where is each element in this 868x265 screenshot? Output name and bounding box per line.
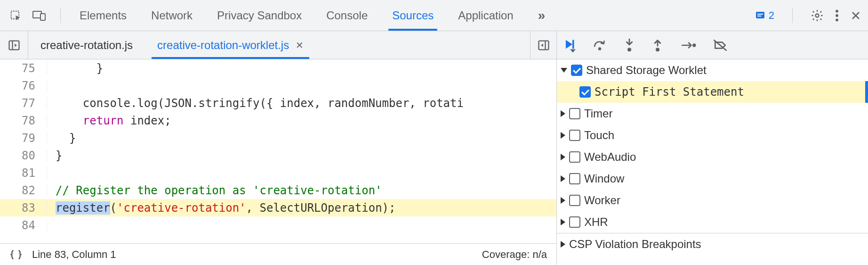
svg-point-17 <box>656 48 659 51</box>
breakpoint-group-xhr[interactable]: XHR <box>557 211 868 233</box>
checkbox[interactable] <box>569 108 580 119</box>
checkbox[interactable] <box>569 130 580 141</box>
code-line[interactable]: 75 } <box>0 59 556 77</box>
line-number: 76 <box>0 79 47 92</box>
breakpoint-group-window[interactable]: Window <box>557 168 868 190</box>
editor-status-bar: Line 83, Column 1 Coverage: n/a <box>0 243 556 265</box>
step-icon[interactable] <box>680 40 696 50</box>
line-number: 82 <box>0 184 47 197</box>
line-number: 80 <box>0 149 47 162</box>
breakpoint-group-shared-storage[interactable]: Shared Storage Worklet <box>557 59 868 81</box>
breakpoint-group-timer[interactable]: Timer <box>557 103 868 124</box>
checkbox[interactable] <box>569 151 580 163</box>
issues-count: 2 <box>769 9 774 22</box>
expand-icon[interactable] <box>561 110 565 117</box>
code-line[interactable]: 80} <box>0 147 556 164</box>
more-tabs-icon[interactable]: » <box>526 0 558 31</box>
svg-point-16 <box>627 48 631 51</box>
file-tabs: creative-rotation.js creative-rotation-w… <box>28 31 530 59</box>
line-number: 79 <box>0 132 47 145</box>
separator <box>60 8 61 23</box>
checkbox[interactable] <box>569 195 580 206</box>
step-into-icon[interactable] <box>624 38 635 52</box>
breakpoint-group-label: Shared Storage Worklet <box>586 64 707 77</box>
code-line[interactable]: 81 <box>0 164 556 182</box>
code-line[interactable]: 82// Register the operation as 'creative… <box>0 182 556 199</box>
selection-indicator <box>865 81 868 103</box>
pretty-print-icon[interactable] <box>9 249 23 260</box>
expand-icon[interactable] <box>561 154 565 160</box>
expand-icon[interactable] <box>561 241 565 248</box>
device-toggle-icon[interactable] <box>30 7 48 25</box>
toolbar-right: 2 <box>755 8 861 23</box>
svg-rect-5 <box>757 16 761 17</box>
panel-tabs: Elements Network Privacy Sandbox Console… <box>67 0 755 31</box>
section-label: CSP Violation Breakpoints <box>569 238 701 251</box>
line-number: 81 <box>0 166 47 180</box>
file-tab-creative-rotation[interactable]: creative-rotation.js <box>28 31 145 59</box>
tab-sources[interactable]: Sources <box>380 0 446 31</box>
breakpoint-group-label: XHR <box>584 215 608 229</box>
expand-icon[interactable] <box>561 197 565 204</box>
svg-rect-10 <box>9 41 19 50</box>
expand-icon[interactable] <box>561 175 565 182</box>
inspect-icon[interactable] <box>7 7 24 25</box>
code-line[interactable]: 76 <box>0 77 556 94</box>
debugger-sidebar: Shared Storage Worklet Script First Stat… <box>556 59 868 265</box>
checkbox[interactable] <box>579 86 591 98</box>
file-tab-label: creative-rotation.js <box>40 39 133 52</box>
checkbox[interactable] <box>569 173 580 184</box>
file-tab-creative-rotation-worklet[interactable]: creative-rotation-worklet.js ✕ <box>145 31 316 59</box>
svg-point-9 <box>836 18 838 21</box>
expand-icon[interactable] <box>561 132 565 139</box>
checkbox[interactable] <box>571 65 582 76</box>
step-over-icon[interactable] <box>593 39 607 52</box>
main-area: 75 } 76 77 console.log(JSON.stringify({ … <box>0 59 868 265</box>
breakpoint-group-webaudio[interactable]: WebAudio <box>557 146 868 168</box>
code-line[interactable]: 83register('creative-rotation', SelectUR… <box>0 199 556 216</box>
code-line[interactable]: 77 console.log(JSON.stringify({ index, r… <box>0 94 556 112</box>
svg-rect-12 <box>538 41 548 50</box>
checkbox[interactable] <box>569 216 580 228</box>
breakpoint-item-script-first-statement[interactable]: Script First Statement <box>557 81 868 103</box>
svg-rect-3 <box>756 12 764 18</box>
svg-rect-14 <box>572 40 574 49</box>
debugger-toggle-icon[interactable] <box>530 31 556 59</box>
svg-point-18 <box>692 43 696 47</box>
breakpoint-group-touch[interactable]: Touch <box>557 124 868 146</box>
deactivate-breakpoints-icon[interactable] <box>713 39 728 51</box>
tab-network[interactable]: Network <box>139 0 205 31</box>
tab-application[interactable]: Application <box>446 0 525 31</box>
breakpoint-group-label: Window <box>584 172 624 185</box>
close-tab-icon[interactable]: ✕ <box>296 40 304 51</box>
svg-point-7 <box>836 9 838 12</box>
tab-privacy-sandbox[interactable]: Privacy Sandbox <box>205 0 314 31</box>
expand-icon[interactable] <box>561 219 565 225</box>
code-line[interactable]: 78 return index; <box>0 112 556 129</box>
resume-icon[interactable] <box>563 38 576 53</box>
kebab-menu-icon[interactable] <box>835 9 839 22</box>
code-line[interactable]: 79 } <box>0 129 556 147</box>
tab-elements[interactable]: Elements <box>67 0 139 31</box>
issues-button[interactable]: 2 <box>755 9 774 22</box>
breakpoint-item-label: Script First Statement <box>595 85 744 99</box>
code-line[interactable]: 84 <box>0 216 556 234</box>
breakpoint-group-label: Touch <box>584 129 614 142</box>
breakpoint-group-label: Worker <box>584 194 620 207</box>
settings-icon[interactable] <box>811 9 824 22</box>
csp-violation-breakpoints[interactable]: CSP Violation Breakpoints <box>557 233 868 255</box>
line-number: 75 <box>0 62 47 75</box>
tab-console[interactable]: Console <box>314 0 380 31</box>
code-body[interactable]: 75 } 76 77 console.log(JSON.stringify({ … <box>0 59 556 243</box>
sources-toolbar: creative-rotation.js creative-rotation-w… <box>0 31 868 59</box>
expand-icon[interactable] <box>561 68 567 73</box>
step-out-icon[interactable] <box>652 38 663 52</box>
svg-point-6 <box>816 14 819 17</box>
breakpoint-group-label: Timer <box>584 107 612 120</box>
main-toolbar: Elements Network Privacy Sandbox Console… <box>0 0 868 31</box>
svg-rect-2 <box>40 14 45 20</box>
navigator-toggle-icon[interactable] <box>0 31 28 59</box>
breakpoint-group-worker[interactable]: Worker <box>557 190 868 211</box>
close-icon[interactable] <box>850 10 861 21</box>
separator <box>792 8 793 23</box>
